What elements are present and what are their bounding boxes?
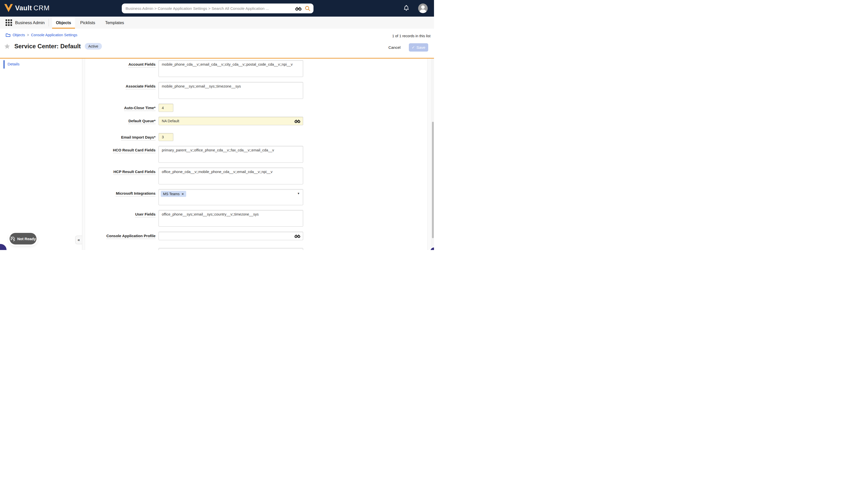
nav-divider (48, 19, 49, 26)
search-icon[interactable] (305, 5, 311, 11)
record-title-row: Service Center: Default Active (4, 43, 102, 50)
field-input-email-import-days[interactable]: 3 (158, 133, 173, 141)
app-grid-icon[interactable] (5, 19, 12, 27)
chip-label: MS Teams (163, 192, 180, 196)
breadcrumb-link-objects[interactable]: Objects (13, 33, 25, 37)
field-label-associate-fields: Associate Fields (126, 84, 156, 89)
breadcrumb-link-console-application-settings[interactable]: Console Application Settings (31, 33, 77, 37)
chip-remove-icon[interactable]: ✕ (181, 192, 184, 196)
field-input-hco-result-card-fields[interactable]: primary_parent__v;;office_phone_cda__v;;… (158, 146, 303, 163)
global-search-input[interactable]: Business Admin > Console Application Set… (122, 3, 314, 13)
field-label-console-application-profile: Console Application Profile (106, 234, 156, 239)
tab-templates[interactable]: Templates (105, 16, 124, 29)
field-label-account-fields: Account Fields (128, 62, 156, 67)
record-count: 1 of 1 records in this list (392, 34, 430, 38)
field-value-account-fields: mobile_phone_cda__v;;email_cda__v;;city_… (162, 62, 293, 66)
field-label-auto-close-time: Auto-Close Time* (124, 105, 156, 111)
favorite-star-icon[interactable] (4, 43, 10, 49)
breadcrumb: Objects > Console Application Settings (5, 33, 77, 37)
field-input-auto-close-time[interactable]: 4 (158, 104, 173, 112)
sidebar-item-details[interactable]: Details (0, 60, 82, 70)
dropdown-caret-icon[interactable]: ▼ (297, 192, 300, 195)
chip-ms-teams[interactable]: MS Teams✕ (161, 191, 186, 197)
user-avatar[interactable] (418, 3, 428, 13)
folder-icon (5, 33, 11, 37)
binoculars-lookup-icon[interactable] (294, 119, 301, 123)
page-title: Service Center: Default (14, 43, 81, 50)
field-value-default-queue: NA Default (162, 119, 179, 123)
field-label-hcp-result-card-fields: HCP Result Card Fields (113, 169, 156, 175)
field-value-email-import-days: 3 (162, 135, 164, 139)
vault-crm-logo[interactable]: VaultCRM (4, 4, 50, 12)
field-label-default-queue: Default Queue* (128, 118, 156, 124)
availability-status-label: Not Ready (17, 237, 36, 241)
availability-status-button[interactable]: Not Ready (10, 233, 36, 245)
field-input-user-fields[interactable]: office_phone__sys;;email__sys;;country__… (158, 210, 303, 227)
breadcrumb-separator: > (27, 33, 29, 37)
field-input-microsoft-integrations[interactable]: MS Teams✕▼ (158, 189, 303, 205)
status-badge: Active (85, 43, 102, 49)
field-value-hco-result-card-fields: primary_parent__v;;office_phone_cda__v;;… (162, 148, 274, 152)
headset-slash-icon (10, 236, 15, 241)
notifications-bell-icon[interactable] (403, 5, 410, 13)
partial-next-field-box[interactable] (158, 248, 303, 250)
binoculars-icon[interactable] (295, 6, 302, 11)
field-value-hcp-result-card-fields: office_phone_cda__v;;mobile_phone_cda__v… (162, 170, 272, 174)
field-value-user-fields: office_phone__sys;;email__sys;;country__… (162, 212, 259, 216)
brand-name-bold: Vault (15, 4, 32, 12)
nav-bar: Business Admin Objects Picklists Templat… (0, 16, 434, 29)
field-label-email-import-days: Email Import Days* (121, 135, 156, 140)
search-placeholder: Business Admin > Console Application Set… (125, 6, 295, 11)
tab-objects[interactable]: Objects (52, 16, 75, 29)
brand-name: VaultCRM (15, 4, 50, 12)
collapse-chevrons-icon: « (78, 237, 80, 242)
record-sidebar: Details (0, 59, 82, 250)
binoculars-lookup-icon[interactable] (294, 234, 301, 238)
details-form-panel: Account Fieldsmobile_phone_cda__v;;email… (85, 59, 427, 250)
active-indicator (3, 60, 4, 69)
sidebar-item-label: Details (8, 62, 19, 66)
field-input-console-application-profile[interactable] (158, 232, 303, 240)
save-button[interactable]: ✓ Save (409, 43, 428, 52)
check-icon: ✓ (412, 45, 415, 50)
field-label-microsoft-integrations: Microsoft Integrations (116, 191, 156, 196)
cancel-button[interactable]: Cancel (388, 45, 401, 50)
record-header-band: Objects > Console Application Settings 1… (0, 29, 434, 58)
field-input-default-queue[interactable]: NA Default (158, 117, 303, 125)
top-bar: VaultCRM Business Admin > Console Applic… (0, 0, 434, 16)
save-button-label: Save (416, 45, 425, 50)
sidebar-collapse-button[interactable]: « (75, 236, 82, 244)
vault-crm-app: VaultCRM Business Admin > Console Applic… (0, 0, 434, 250)
vault-v-icon (4, 4, 13, 12)
app-menu-business-admin[interactable]: Business Admin (15, 16, 45, 29)
field-value-associate-fields: mobile_phone__sys;;email__sys;;timezone_… (162, 84, 241, 88)
field-input-account-fields[interactable]: mobile_phone_cda__v;;email_cda__v;;city_… (158, 60, 303, 77)
tab-picklists[interactable]: Picklists (80, 16, 95, 29)
field-value-auto-close-time: 4 (162, 106, 164, 110)
field-input-associate-fields[interactable]: mobile_phone__sys;;email__sys;;timezone_… (158, 82, 303, 99)
brand-name-light: CRM (33, 4, 50, 12)
field-label-hco-result-card-fields: HCO Result Card Fields (113, 148, 156, 153)
field-label-user-fields: User Fields (135, 212, 156, 217)
scrollbar-thumb[interactable] (432, 122, 434, 238)
field-input-hcp-result-card-fields[interactable]: office_phone_cda__v;;mobile_phone_cda__v… (158, 168, 303, 184)
